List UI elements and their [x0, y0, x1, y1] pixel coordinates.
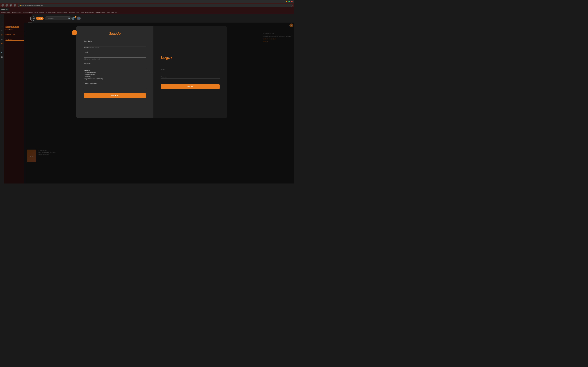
username-input[interactable]	[84, 43, 146, 46]
lock-icon: 🔒	[19, 5, 21, 6]
title-dropdown[interactable]: Title ▾	[36, 17, 44, 20]
filter-divider-3	[6, 40, 26, 41]
active-tab[interactable]: ⚛ React App	[0, 8, 9, 11]
app-header: RV.in Title ▾ 🔍 🛒 1 👤	[28, 14, 32, 23]
username-error: should be atleast 4 letters	[84, 47, 146, 49]
logo: RV.in	[30, 16, 35, 21]
icon-sidebar: ☰ ⌂ ◆ ✦ ⊞ ✉ ✿ ⑂ 🔍 ⬤	[0, 14, 4, 184]
email-error: Enter a valid existing email	[84, 58, 146, 60]
login-email-group	[161, 67, 220, 71]
login-email-input[interactable]	[161, 68, 220, 71]
search-button[interactable]: 🔍	[68, 17, 70, 19]
signup-title: SignUp	[84, 32, 146, 36]
bookmark-3[interactable]: DevDocs API Docu...	[23, 12, 34, 13]
password-group: Password ATLEAST - 1*(uppercase letter) …	[84, 63, 146, 80]
password-req-3: - 1*(number)	[84, 75, 146, 78]
bookmark-2[interactable]: Kotlin style guide |...	[12, 12, 22, 13]
modal-container: ← SignUp User Name should be atleast 4 l…	[76, 26, 242, 118]
confirm-password-input[interactable]	[84, 85, 146, 89]
password-req-4: - 1*special character (!@#$%&**)	[84, 78, 146, 80]
password-req-title: ATLEAST	[84, 69, 146, 72]
password-requirements: ATLEAST - 1*(uppercase letter) - 1*(lowe…	[84, 69, 146, 80]
bookmark-8[interactable]: GitHub	[81, 12, 84, 13]
nav-forward-btn[interactable]: ›	[6, 4, 8, 7]
login-panel: Login LOGIN	[153, 26, 227, 118]
bookmark-11[interactable]: Home | Future Read...	[107, 12, 118, 13]
sidebar-icon-flower[interactable]: ✿	[0, 42, 3, 45]
bookmark-10[interactable]: Triplebyte: Engineer...	[95, 12, 106, 13]
minimize-btn[interactable]	[286, 1, 287, 2]
password-req-1: - 1*(uppercase letter)	[84, 72, 146, 74]
bookmark-1[interactable]: Vocabulary for And...	[1, 12, 11, 13]
sidebar-icon-home[interactable]: ⌂	[0, 20, 3, 23]
sidebar-icon-mail[interactable]: ✉	[0, 38, 3, 41]
signup-button[interactable]: SIGNUP	[84, 93, 146, 98]
email-label: Email	[84, 51, 146, 53]
signup-panel: ← SignUp User Name should be atleast 4 l…	[76, 26, 153, 118]
bookmark-7[interactable]: Discover Use Cases...	[69, 12, 80, 13]
email-input[interactable]	[84, 54, 146, 58]
sidebar-icon-github[interactable]: ⑂	[0, 47, 3, 50]
username-label: User Name	[84, 40, 146, 42]
close-btn[interactable]	[291, 1, 293, 2]
confirm-password-label: Confirm Password	[84, 83, 146, 84]
bookmark-4[interactable]: GitHub - pawelbork...	[35, 12, 45, 13]
password-label: Password	[84, 63, 146, 64]
sidebar-icon-circle[interactable]: ⬤	[0, 55, 3, 58]
sidebar-icon-menu[interactable]: ☰	[0, 16, 3, 19]
maximize-btn[interactable]	[288, 1, 290, 2]
sidebar-icon-grid[interactable]: ⊞	[0, 33, 3, 36]
login-password-group	[161, 75, 220, 79]
filter-published-year-label: Published Year ▾	[6, 33, 26, 35]
password-req-2: - 1*(lowercase letter)	[84, 74, 146, 75]
tab-react-icon: ⚛	[1, 9, 2, 10]
login-title: Login	[161, 55, 220, 60]
cart-badge: 1	[75, 16, 77, 18]
username-group: User Name should be atleast 4 letters	[84, 40, 146, 49]
search-group: Title ▾ 🔍	[36, 17, 70, 20]
refine-search-title[interactable]: Refine your Search	[6, 26, 26, 27]
bookmark-6[interactable]: Developer Beginne...	[58, 12, 68, 13]
bookmark-5[interactable]: All Apps | Adobe Cr...	[46, 12, 56, 13]
chevron-down-icon: ▾	[41, 18, 42, 19]
back-button[interactable]: ←	[72, 30, 77, 35]
nav-refresh-btn[interactable]: ↻	[9, 4, 12, 7]
filter-book-price-label: Book Price ▾	[6, 29, 26, 31]
browser-chrome	[0, 0, 294, 3]
user-avatar[interactable]: 👤	[77, 17, 81, 20]
address-bar[interactable]: 🔒 https://book-ecart-rv.netlify.app/Book…	[18, 4, 293, 7]
main-layout: ☰ ⌂ ◆ ✦ ⊞ ✉ ✿ ⑂ 🔍 ⬤ RV.in Title ▾ 🔍	[0, 14, 294, 184]
filter-book-price: Book Price ▾	[6, 29, 26, 31]
login-password-input[interactable]	[161, 75, 220, 79]
login-button[interactable]: LOGIN	[161, 84, 220, 89]
filter-language: Language ▾	[6, 38, 26, 41]
content-area: ☀ Rubyist By: David A. Black Price: ₹145…	[24, 23, 294, 184]
filter-language-label: Language ▾	[6, 38, 26, 40]
email-group: Email Enter a valid existing email	[84, 51, 146, 60]
sidebar-content: Refine your Search Book Price ▾ Publishe…	[6, 26, 26, 41]
bookmark-9[interactable]: DEV Community...	[86, 12, 95, 13]
filter-divider-2	[6, 36, 26, 36]
browser-titlebar: ‹ › ↻ ⌂ 🔒 https://book-ecart-rv.netlify.…	[0, 3, 294, 7]
sidebar-icon-search[interactable]: 🔍	[0, 51, 3, 54]
search-input[interactable]	[45, 17, 72, 20]
modal-overlay: ← SignUp User Name should be atleast 4 l…	[24, 23, 294, 184]
sidebar-icon-star[interactable]: ✦	[0, 29, 3, 32]
sidebar-icon-diamond[interactable]: ◆	[0, 25, 3, 27]
browser-tabs: ⚛ React App	[0, 7, 294, 11]
confirm-password-group: Confirm Password	[84, 83, 146, 89]
header-icons: 🛒 1 👤	[72, 17, 81, 20]
cart-icon[interactable]: 🛒 1	[72, 17, 76, 20]
nav-back-btn[interactable]: ‹	[1, 4, 4, 7]
password-input[interactable]	[84, 66, 146, 69]
bookmarks-bar: Vocabulary for And... Kotlin style guide…	[0, 11, 294, 14]
nav-home-btn[interactable]: ⌂	[14, 4, 16, 7]
filter-published-year: Published Year ▾	[6, 33, 26, 36]
